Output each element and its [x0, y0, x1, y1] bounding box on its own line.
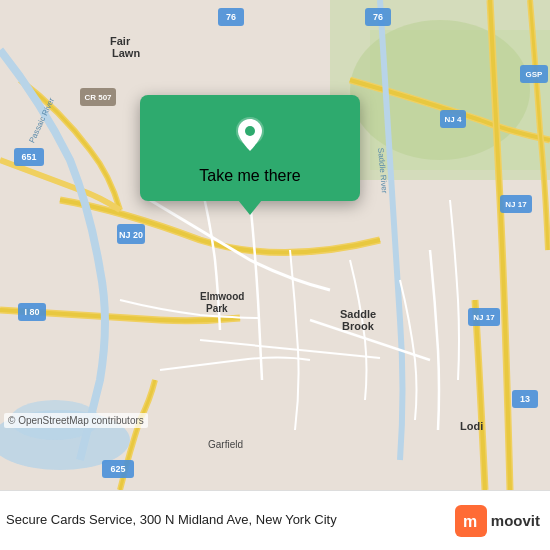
svg-text:Elmwood: Elmwood [200, 291, 244, 302]
svg-text:CR 507: CR 507 [84, 93, 112, 102]
location-pin-icon [228, 113, 272, 157]
svg-text:Park: Park [206, 303, 228, 314]
address-text: Secure Cards Service, 300 N Midland Ave,… [6, 511, 337, 529]
svg-text:m: m [463, 513, 477, 530]
map-container: NJ 20 I 80 NJ 4 NJ 17 NJ 17 GSP 76 76 CR… [0, 0, 550, 490]
svg-text:I 80: I 80 [24, 307, 39, 317]
svg-text:651: 651 [21, 152, 36, 162]
svg-text:NJ 4: NJ 4 [445, 115, 462, 124]
svg-text:NJ 17: NJ 17 [473, 313, 495, 322]
svg-text:GSP: GSP [526, 70, 544, 79]
info-bar: Secure Cards Service, 300 N Midland Ave,… [0, 490, 550, 550]
svg-text:Saddle: Saddle [340, 308, 376, 320]
svg-text:NJ 20: NJ 20 [119, 230, 143, 240]
address-block: Secure Cards Service, 300 N Midland Ave,… [6, 511, 337, 529]
moovit-logo: m moovit [455, 505, 540, 537]
take-me-there-label: Take me there [199, 167, 300, 185]
svg-text:NJ 17: NJ 17 [505, 200, 527, 209]
svg-text:76: 76 [373, 12, 383, 22]
moovit-logo-icon: m [455, 505, 487, 537]
moovit-text: moovit [491, 512, 540, 529]
svg-text:Fair: Fair [110, 35, 131, 47]
svg-point-41 [245, 126, 255, 136]
svg-text:625: 625 [110, 464, 125, 474]
svg-text:13: 13 [520, 394, 530, 404]
svg-text:Lawn: Lawn [112, 47, 140, 59]
svg-text:Lodi: Lodi [460, 420, 483, 432]
map-attribution: © OpenStreetMap contributors [4, 413, 148, 428]
svg-text:76: 76 [226, 12, 236, 22]
svg-text:Garfield: Garfield [208, 439, 243, 450]
take-me-there-button[interactable]: Take me there [140, 95, 360, 201]
svg-text:Brook: Brook [342, 320, 375, 332]
